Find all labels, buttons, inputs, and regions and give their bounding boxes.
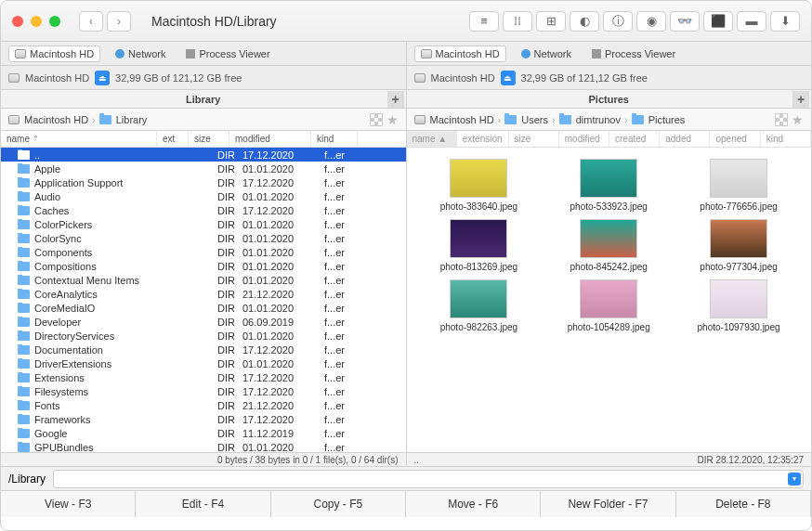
favorite-icon[interactable]: ★ — [792, 112, 804, 127]
file-row[interactable]: FrameworksDIR17.12.2020f...er — [1, 412, 406, 426]
favorite-icon[interactable]: ★ — [386, 112, 399, 127]
file-row[interactable]: DeveloperDIR06.09.2019f...er — [1, 315, 406, 329]
thumbnail-label: photo-977304.jpeg — [683, 262, 794, 272]
column-header[interactable]: name⌃ — [1, 131, 157, 147]
thumbnail-item[interactable]: photo-977304.jpeg — [677, 219, 800, 272]
globe-icon — [521, 49, 530, 58]
file-row[interactable]: GoogleDIR11.12.2019f...er — [1, 426, 406, 440]
minimize-icon[interactable] — [31, 16, 42, 27]
breadcrumb-item[interactable]: dimtrunov — [576, 114, 621, 125]
source-tab[interactable]: Process Viewer — [180, 46, 275, 61]
column-header[interactable]: name ▲ — [407, 131, 457, 147]
file-row[interactable]: FilesystemsDIR17.12.2020f...er — [1, 384, 406, 398]
column-header[interactable]: added — [660, 131, 710, 147]
column-header[interactable]: created — [609, 131, 660, 147]
source-tab[interactable]: Network — [516, 46, 577, 61]
action-button[interactable]: View - F3 — [1, 491, 136, 517]
column-header[interactable]: modified — [559, 131, 609, 147]
file-row[interactable]: CachesDIR17.12.2020f...er — [1, 203, 406, 217]
thumbnail-item[interactable]: photo-982263.jpeg — [418, 279, 541, 332]
folder-icon — [18, 262, 30, 271]
disk-icon — [421, 49, 432, 58]
file-row[interactable]: ExtensionsDIR17.12.2020f...er — [1, 370, 406, 384]
view-toggle-icon[interactable] — [370, 113, 383, 126]
drive-label[interactable]: Macintosh HD — [431, 72, 495, 84]
drive-space: 32,99 GB of 121,12 GB free — [115, 72, 242, 84]
thumbnail-item[interactable]: photo-1097930.jpeg — [677, 279, 800, 332]
source-tab[interactable]: Macintosh HD — [414, 45, 506, 62]
eject-button[interactable]: ⏏ — [501, 71, 516, 85]
add-tab-button[interactable]: + — [387, 91, 404, 108]
column-header[interactable]: size — [509, 131, 559, 147]
toolbar-button[interactable]: ◐ — [570, 11, 599, 32]
file-row[interactable]: GPUBundlesDIR01.01.2020f...er — [1, 440, 406, 452]
breadcrumb-item[interactable]: Pictures — [648, 114, 686, 125]
toolbar-button[interactable]: ≡ — [469, 11, 499, 32]
file-row[interactable]: AudioDIR01.01.2020f...er — [1, 189, 406, 203]
file-row[interactable]: Application SupportDIR17.12.2020f...er — [1, 175, 406, 189]
source-tab[interactable]: Process Viewer — [586, 46, 681, 61]
toolbar-button[interactable]: ⬇ — [770, 11, 800, 32]
action-button[interactable]: Edit - F4 — [136, 491, 270, 517]
column-header[interactable]: opened — [710, 131, 760, 147]
folder-icon — [18, 401, 30, 410]
file-row[interactable]: DocumentationDIR17.12.2020f...er — [1, 343, 406, 356]
column-header[interactable]: ext — [157, 131, 189, 147]
forward-button[interactable]: › — [107, 11, 131, 32]
thumbnail-item[interactable]: photo-813269.jpeg — [418, 219, 541, 272]
icon-grid[interactable]: photo-383640.jpegphoto-533923.jpegphoto-… — [407, 148, 812, 452]
thumbnail-item[interactable]: photo-845242.jpeg — [547, 219, 670, 272]
toolbar-button[interactable]: ⊞ — [536, 11, 566, 32]
thumbnail-item[interactable]: photo-776656.jpeg — [677, 159, 800, 212]
toolbar-button[interactable]: ⁞⁞ — [503, 11, 532, 32]
thumbnail-item[interactable]: photo-1054289.jpeg — [547, 279, 670, 332]
column-header[interactable]: kind — [761, 131, 811, 147]
zoom-icon[interactable] — [49, 16, 60, 27]
eject-button[interactable]: ⏏ — [95, 71, 110, 85]
thumbnail-image — [580, 279, 637, 318]
toolbar-button[interactable]: ◉ — [636, 11, 666, 32]
action-button[interactable]: New Folder - F7 — [541, 491, 675, 517]
view-toggle-icon[interactable] — [775, 113, 788, 126]
file-row[interactable]: CoreMediaIODIR01.01.2020f...er — [1, 301, 406, 315]
drive-label[interactable]: Macintosh HD — [25, 72, 89, 84]
breadcrumb-item[interactable]: Library — [116, 114, 148, 125]
path-dropdown-icon[interactable]: ▾ — [788, 473, 801, 486]
action-button[interactable]: Delete - F8 — [676, 491, 811, 517]
toolbar-button[interactable]: ⓘ — [603, 11, 633, 32]
file-row[interactable]: DriverExtensionsDIR01.01.2020f...er — [1, 356, 406, 370]
file-list[interactable]: ..DIR17.12.2020f...erAppleDIR01.01.2020f… — [1, 148, 406, 452]
action-button[interactable]: Copy - F5 — [271, 491, 406, 517]
file-row[interactable]: CompositionsDIR01.01.2020f...er — [1, 259, 406, 273]
file-row[interactable]: FontsDIR21.12.2020f...er — [1, 398, 406, 412]
column-header[interactable]: extension — [457, 131, 509, 147]
file-row[interactable]: CoreAnalyticsDIR21.12.2020f...er — [1, 287, 406, 301]
add-tab-button[interactable]: + — [792, 91, 809, 108]
action-button[interactable]: Move - F6 — [406, 491, 541, 517]
file-row[interactable]: Contextual Menu ItemsDIR01.01.2020f...er — [1, 273, 406, 287]
column-header[interactable]: kind — [311, 131, 358, 147]
thumbnail-item[interactable]: photo-533923.jpeg — [547, 159, 670, 212]
source-tab[interactable]: Macintosh HD — [8, 45, 100, 62]
source-tab[interactable]: Network — [110, 46, 171, 61]
file-row[interactable]: ColorPickersDIR01.01.2020f...er — [1, 217, 406, 231]
back-button[interactable]: ‹ — [79, 11, 103, 32]
file-row[interactable]: ..DIR17.12.2020f...er — [1, 148, 406, 162]
breadcrumb-item[interactable]: Macintosh HD — [24, 114, 88, 125]
close-icon[interactable] — [12, 16, 23, 27]
toolbar-button[interactable]: ⬛ — [703, 11, 733, 32]
column-header[interactable]: modified — [229, 131, 311, 147]
thumbnail-item[interactable]: photo-383640.jpeg — [418, 159, 541, 212]
breadcrumb-item[interactable]: Macintosh HD — [430, 114, 494, 125]
folder-icon — [18, 415, 30, 424]
column-header[interactable]: size — [189, 131, 229, 147]
file-row[interactable]: DirectoryServicesDIR01.01.2020f...er — [1, 329, 406, 343]
breadcrumb-item[interactable]: Users — [521, 114, 548, 125]
path-input[interactable]: ▾ — [53, 470, 804, 488]
file-row[interactable]: ColorSyncDIR01.01.2020f...er — [1, 231, 406, 245]
toolbar-button[interactable]: 👓 — [670, 11, 700, 32]
file-row[interactable]: AppleDIR01.01.2020f...er — [1, 162, 406, 175]
source-tabs: Macintosh HDNetworkProcess Viewer Macint… — [1, 42, 811, 66]
toolbar-button[interactable]: ▬ — [737, 11, 766, 32]
file-row[interactable]: ComponentsDIR01.01.2020f...er — [1, 245, 406, 259]
